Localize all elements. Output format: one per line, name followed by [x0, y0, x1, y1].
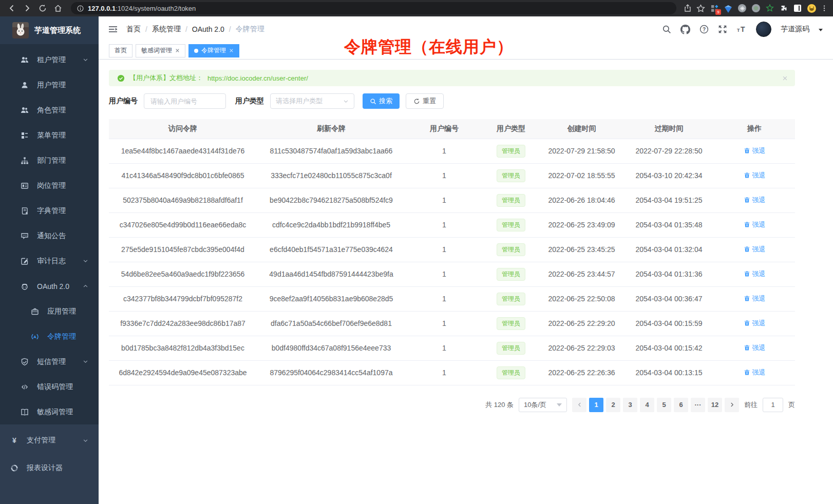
font-size-icon[interactable]: TT — [736, 25, 747, 34]
page-button[interactable]: ··· — [691, 398, 705, 412]
force-logout-button[interactable]: 强退 — [744, 196, 766, 205]
split-screen-extension-icon[interactable] — [793, 4, 802, 13]
force-logout-button[interactable]: 强退 — [744, 245, 766, 254]
sidebar-item-payment[interactable]: ¥ 支付管理 — [0, 427, 99, 454]
extension-grid-icon[interactable]: 9 — [710, 4, 719, 13]
browser-reload-button[interactable] — [36, 2, 49, 15]
bookmark-star-icon[interactable] — [696, 4, 705, 13]
sidebar-item-post[interactable]: 岗位管理 — [0, 173, 99, 198]
sidebar-item-notice[interactable]: 通知公告 — [0, 223, 99, 248]
sidebar-item-token-manage[interactable]: A 令牌管理 — [0, 324, 99, 349]
user-type-select[interactable]: 请选择用户类型 — [270, 93, 354, 109]
force-logout-button[interactable]: 强退 — [744, 294, 766, 303]
expires-cell: 2054-03-04 00:15:42 — [624, 336, 714, 360]
help-icon[interactable]: ? — [699, 25, 709, 34]
actions-cell: 强退 — [714, 286, 795, 311]
sidebar-item-report-designer[interactable]: 报表设计器 — [0, 454, 99, 482]
search-icon[interactable] — [662, 25, 671, 34]
page-button[interactable]: 6 — [674, 398, 688, 412]
access-token-cell: 54d6be82ee5a460a9aedc1f9bf223656 — [109, 262, 257, 286]
force-logout-button[interactable]: 强退 — [744, 220, 766, 229]
username[interactable]: 芋道源码 — [781, 25, 809, 34]
org-chart-icon — [21, 157, 29, 165]
caret-down-icon[interactable] — [819, 29, 823, 31]
sidebar-item-dict[interactable]: 字典管理 — [0, 198, 99, 223]
gem-extension-icon[interactable] — [724, 4, 733, 13]
svg-text:?: ? — [703, 27, 706, 32]
sidebar-collapse-icon[interactable] — [108, 24, 118, 34]
goto-page-input[interactable] — [763, 398, 783, 412]
user-id-cell: 1 — [406, 262, 483, 286]
sidebar-item-menu[interactable]: 菜单管理 — [0, 123, 99, 148]
browser-toolbar: 127.0.0.1:1024/system/oauth2/token 9 — [0, 0, 833, 16]
user-type-cell: 管理员 — [483, 237, 539, 262]
breadcrumb-system[interactable]: 系统管理 — [152, 25, 181, 34]
next-page-button[interactable] — [725, 398, 739, 412]
sidebar-item-sensitive-word[interactable]: 敏感词管理 — [0, 399, 99, 424]
table-row: c342377bf8b344799dcbf7bf095287f2 9ce8ef2… — [109, 286, 795, 311]
actions-cell: 强退 — [714, 163, 795, 188]
sidebar-item-role[interactable]: 角色管理 — [0, 98, 99, 123]
browser-back-button[interactable] — [5, 2, 18, 15]
sidebar-item-app-manage[interactable]: 应用管理 — [0, 299, 99, 324]
table-row: 54d6be82ee5a460a9aedc1f9bf223656 49d1aa4… — [109, 262, 795, 286]
page-button[interactable]: 1 — [589, 398, 603, 412]
sidebar-item-oauth[interactable]: OAuth 2.0 — [0, 274, 99, 299]
user-type-cell: 管理员 — [483, 188, 539, 212]
tab-sensitive-word[interactable]: 敏感词管理 — [136, 44, 185, 57]
user-id-input[interactable] — [144, 93, 226, 109]
sidebar-item-error-code[interactable]: 错误码管理 — [0, 374, 99, 399]
page-button[interactable]: 2 — [606, 398, 620, 412]
puzzle-extension-icon[interactable] — [779, 4, 788, 13]
app-logo[interactable]: 芋道管理系统 — [0, 16, 99, 44]
dot-extension-icon[interactable] — [751, 4, 761, 13]
doc-link[interactable]: https://doc.iocoder.cn/user-center/ — [207, 74, 308, 82]
smiley-extension-icon[interactable] — [807, 4, 816, 13]
trash-icon — [744, 197, 750, 203]
menu-tree-icon — [21, 131, 29, 140]
page-size-select[interactable]: 10条/页 — [519, 398, 567, 412]
asterisk-extension-icon[interactable] — [737, 4, 747, 13]
tab-home[interactable]: 首页 — [109, 44, 132, 57]
fullscreen-icon[interactable] — [718, 25, 727, 34]
sidebar-item-audit-log[interactable]: 审计日志 — [0, 248, 99, 274]
user-type-badge: 管理员 — [497, 145, 525, 158]
page-button[interactable]: 3 — [623, 398, 637, 412]
address-bar[interactable]: 127.0.0.1:1024/system/oauth2/token — [71, 2, 676, 14]
site-info-icon[interactable] — [77, 5, 84, 12]
force-logout-button[interactable]: 强退 — [744, 368, 766, 377]
breadcrumb-oauth[interactable]: OAuth 2.0 — [192, 25, 224, 33]
reset-button[interactable]: 重置 — [406, 93, 444, 109]
user-type-badge: 管理员 — [497, 194, 525, 207]
search-button[interactable]: 搜索 — [363, 93, 400, 109]
page-button[interactable]: 4 — [640, 398, 654, 412]
browser-forward-button[interactable] — [21, 2, 34, 15]
force-logout-button[interactable]: 强退 — [744, 146, 766, 156]
page-button[interactable]: 5 — [657, 398, 671, 412]
sidebar-item-user[interactable]: 用户管理 — [0, 72, 99, 98]
tab-token-manage[interactable]: 令牌管理 — [188, 44, 239, 57]
sidebar-item-dept[interactable]: 部门管理 — [0, 148, 99, 173]
star-extension-icon[interactable] — [765, 4, 774, 13]
alert-close-icon[interactable] — [782, 75, 788, 81]
trash-icon — [744, 172, 750, 179]
breadcrumb-home[interactable]: 首页 — [126, 25, 141, 34]
sidebar-item-sms[interactable]: 短信管理 — [0, 349, 99, 374]
close-icon[interactable] — [175, 48, 180, 53]
share-icon[interactable] — [684, 4, 692, 12]
force-logout-button[interactable]: 强退 — [744, 171, 766, 180]
close-icon[interactable] — [229, 48, 234, 53]
sidebar-item-tenant[interactable]: 租户管理 — [0, 47, 99, 72]
browser-home-button[interactable] — [51, 2, 65, 15]
table-row: 1ea5e44f8bc1467aaede43144f31de76 811c530… — [109, 139, 795, 163]
force-logout-button[interactable]: 强退 — [744, 269, 766, 279]
prev-page-button[interactable] — [572, 398, 586, 412]
github-icon[interactable] — [680, 25, 690, 34]
refresh-token-cell: cdfc4ce9c2da4bb1bdf21b9918ff4be5 — [257, 212, 406, 237]
browser-menu-icon[interactable] — [821, 5, 828, 12]
force-logout-button[interactable]: 强退 — [744, 319, 766, 328]
url-text: 127.0.0.1:1024/system/oauth2/token — [88, 5, 196, 12]
force-logout-button[interactable]: 强退 — [744, 343, 766, 353]
page-button[interactable]: 12 — [708, 398, 722, 412]
avatar[interactable] — [756, 22, 771, 37]
